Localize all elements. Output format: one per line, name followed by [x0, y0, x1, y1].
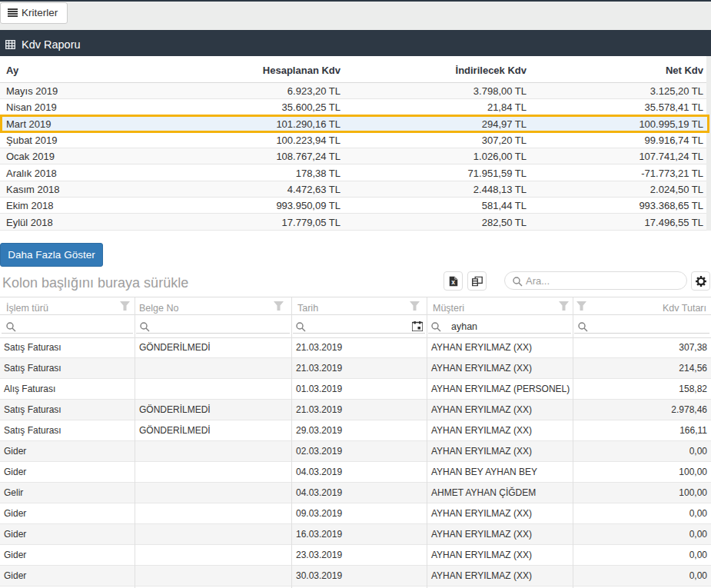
svg-text:x: x — [451, 278, 455, 286]
